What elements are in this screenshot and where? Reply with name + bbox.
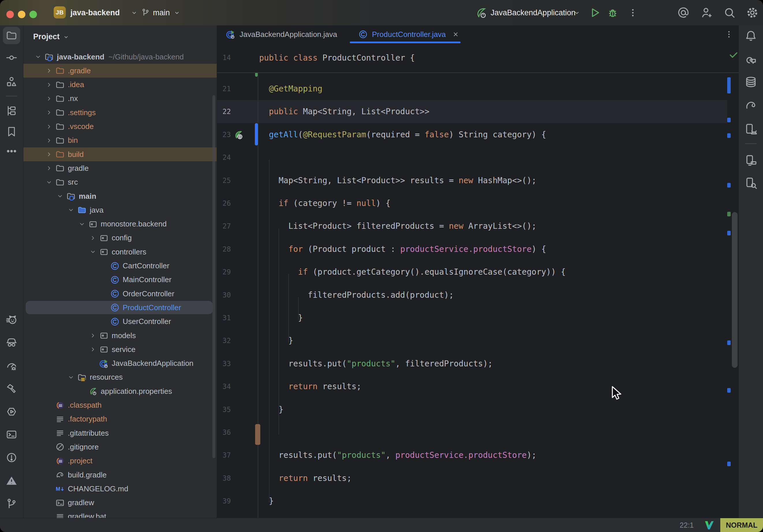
- add-user-icon[interactable]: [701, 6, 713, 19]
- error-stripe-mark[interactable]: [727, 212, 731, 216]
- branch-selector[interactable]: main: [153, 0, 170, 25]
- tree-item-src[interactable]: src: [23, 175, 217, 189]
- chevron-collapsed-icon[interactable]: [45, 123, 53, 130]
- chevron-collapsed-icon[interactable]: [45, 67, 53, 74]
- tree-item-controllers[interactable]: controllers: [23, 245, 217, 259]
- error-stripe-mark[interactable]: [727, 231, 731, 235]
- tree-item-gradlew[interactable]: gradlew: [23, 496, 217, 510]
- tree-item-.gitattributes[interactable]: .gitattributes: [23, 426, 217, 440]
- tree-item-gradle[interactable]: gradle: [23, 161, 217, 175]
- chevron-expanded-icon[interactable]: [45, 178, 53, 186]
- chevron-collapsed-icon[interactable]: [45, 109, 53, 116]
- run-icon[interactable]: [589, 7, 601, 19]
- chevron-expanded-icon[interactable]: [67, 373, 75, 381]
- services-hexagon-play-icon[interactable]: [6, 406, 17, 417]
- gutter-marker-highlight[interactable]: [255, 424, 260, 445]
- bookmarks-icon[interactable]: [6, 126, 17, 137]
- error-stripe-mark[interactable]: [727, 462, 731, 466]
- tree-item-gradlew.bat[interactable]: gradlew.bat: [23, 510, 217, 518]
- notifications-bell-icon[interactable]: [744, 30, 757, 42]
- close-tab-icon[interactable]: [452, 31, 459, 38]
- inspections-ok-check-icon[interactable]: [728, 50, 739, 60]
- chevron-expanded-icon[interactable]: [78, 220, 86, 228]
- device-android-icon[interactable]: [744, 123, 757, 136]
- tab-ProductController.java[interactable]: ProductController.java: [358, 25, 459, 43]
- tree-item-.settings[interactable]: .settings: [23, 106, 217, 119]
- editor-scrollbar-thumb[interactable]: [732, 212, 738, 368]
- warnings-triangle-icon[interactable]: [6, 475, 17, 486]
- settings-gear-icon[interactable]: [746, 6, 759, 19]
- tree-item-.gitignore[interactable]: .gitignore: [23, 440, 217, 454]
- running-devices-icon[interactable]: [744, 154, 757, 167]
- tree-item-service[interactable]: service: [23, 343, 217, 356]
- tree-item-java-backend[interactable]: java-backend~/Github/java-backend: [23, 50, 217, 64]
- tree-item-build[interactable]: build: [23, 148, 217, 161]
- chevron-collapsed-icon[interactable]: [45, 164, 53, 172]
- tree-item-.nx[interactable]: .nx: [23, 92, 217, 106]
- code-editor[interactable]: 21 @GetMapping22 public Map<String, List…: [217, 43, 739, 518]
- more-kebab-icon[interactable]: [628, 8, 638, 18]
- more-dots-icon[interactable]: [6, 146, 17, 157]
- chevron-expanded-icon[interactable]: [34, 53, 42, 60]
- project-folder-icon[interactable]: [3, 27, 20, 44]
- tree-item-application.properties[interactable]: application.properties: [23, 384, 217, 398]
- tree-item-main[interactable]: main: [23, 189, 217, 203]
- project-selector[interactable]: java-backend: [70, 0, 120, 25]
- tree-item-ProductController[interactable]: ProductController: [23, 301, 217, 314]
- database-icon[interactable]: [744, 75, 757, 88]
- gradle-elephant-icon[interactable]: [744, 99, 757, 112]
- search-icon[interactable]: [723, 6, 736, 19]
- debug-icon[interactable]: [606, 7, 619, 19]
- tree-item-bin[interactable]: bin: [23, 134, 217, 148]
- chevron-expanded-icon[interactable]: [67, 206, 75, 214]
- ai-assistant-icon[interactable]: [677, 6, 690, 19]
- minimize-window-button[interactable]: [18, 11, 25, 18]
- tree-item-.project[interactable]: .project: [23, 454, 217, 468]
- run-configuration-selector[interactable]: JavaBackendApplication: [490, 0, 576, 25]
- project-tree-scrollbar[interactable]: [212, 95, 215, 458]
- build-hammer-icon[interactable]: [6, 383, 17, 394]
- tree-item-monostore.backend[interactable]: monostore.backend: [23, 217, 217, 231]
- chevron-collapsed-icon[interactable]: [45, 81, 53, 89]
- tree-item-.factorypath[interactable]: .factorypath: [23, 412, 217, 426]
- tree-item-config[interactable]: config: [23, 231, 217, 245]
- tab-options-kebab-icon[interactable]: [724, 30, 733, 39]
- tree-item-.vscode[interactable]: .vscode: [23, 120, 217, 134]
- tab-JavaBackendApplication.java[interactable]: JavaBackendApplication.java: [226, 25, 337, 43]
- problems-icon[interactable]: [6, 452, 17, 463]
- gutter-marker-modified[interactable]: [255, 123, 258, 146]
- tree-item-OrderController[interactable]: OrderController: [23, 287, 217, 301]
- tree-item-CartController[interactable]: CartController: [23, 259, 217, 273]
- vim-mode-badge[interactable]: NORMAL: [720, 518, 763, 532]
- terminal-icon[interactable]: [6, 429, 17, 440]
- tree-item-resources[interactable]: resources: [23, 371, 217, 384]
- ideavim-v-icon[interactable]: [704, 520, 714, 530]
- zoom-window-button[interactable]: [30, 11, 37, 18]
- caret-position-widget[interactable]: 22:1: [680, 518, 694, 532]
- tree-item-MainController[interactable]: MainController: [23, 273, 217, 287]
- error-stripe-mark[interactable]: [727, 183, 731, 187]
- branches-icon[interactable]: [6, 498, 17, 509]
- tree-item-.idea[interactable]: .idea: [23, 78, 217, 92]
- chevron-expanded-icon[interactable]: [89, 248, 97, 256]
- chevron-collapsed-icon[interactable]: [89, 346, 97, 353]
- chevron-collapsed-icon[interactable]: [89, 234, 97, 242]
- tree-item-.gradle[interactable]: .gradle: [23, 64, 217, 78]
- spring-mapping-icon[interactable]: [233, 130, 244, 140]
- tree-item-CHANGELOG.md[interactable]: MCHANGELOG.md: [23, 482, 217, 496]
- error-stripe-mark[interactable]: [727, 133, 731, 138]
- chevron-expanded-icon[interactable]: [56, 192, 64, 200]
- tree-item-java[interactable]: java: [23, 203, 217, 217]
- tree-item-UserController[interactable]: UserController: [23, 315, 217, 329]
- commit-icon[interactable]: [6, 52, 17, 63]
- error-stripe-mark[interactable]: [727, 388, 731, 393]
- close-window-button[interactable]: [6, 11, 14, 18]
- chevron-collapsed-icon[interactable]: [45, 137, 53, 144]
- tree-item-JavaBackendApplication[interactable]: JavaBackendApplication: [23, 357, 217, 371]
- project-panel-header[interactable]: Project: [33, 32, 69, 41]
- error-stripe-mark[interactable]: [727, 77, 731, 93]
- device-search-icon[interactable]: [744, 176, 757, 189]
- copilot-cat-icon[interactable]: [6, 314, 17, 325]
- tree-item-build.gradle[interactable]: build.gradle: [23, 468, 217, 482]
- chevron-collapsed-icon[interactable]: [89, 332, 97, 339]
